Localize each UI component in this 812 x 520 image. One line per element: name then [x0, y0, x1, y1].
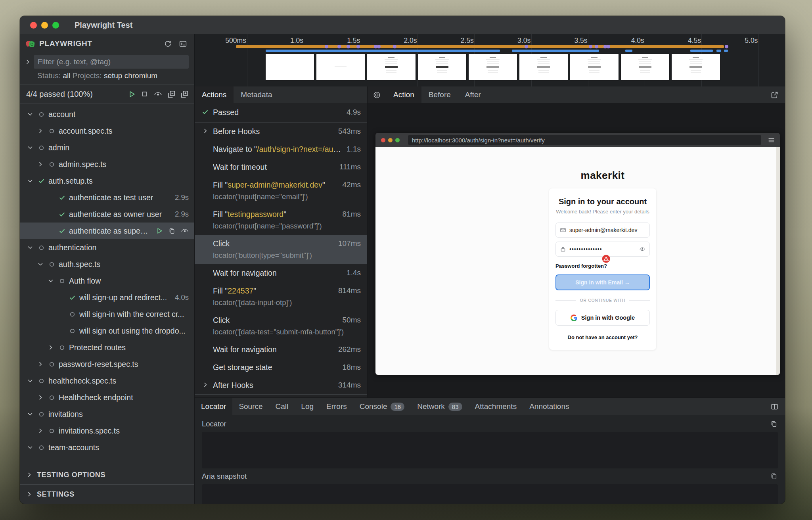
tree-item[interactable]: account	[20, 106, 194, 123]
play-icon[interactable]	[156, 227, 163, 234]
action-row[interactable]: Wait for timeout111ms	[195, 158, 367, 176]
timeline-thumbnail[interactable]	[672, 54, 720, 80]
action-row[interactable]: Fill "224537"814mslocator('[data-input-o…	[195, 282, 367, 311]
stop-button[interactable]	[141, 90, 148, 98]
tree-item[interactable]: auth.spec.ts	[20, 256, 194, 272]
toggle-password-visibility-button[interactable]	[639, 246, 645, 252]
action-row[interactable]: Fill "testingpassword"81mslocator('input…	[195, 205, 367, 235]
bottom-tab-annotations[interactable]: Annotations	[523, 398, 575, 415]
eye-icon[interactable]	[181, 227, 189, 235]
timeline-thumbnail[interactable]	[570, 54, 619, 80]
tree-item[interactable]: will sign-up and redirect...4.0s	[20, 289, 194, 306]
section-settings[interactable]: SETTINGS	[20, 484, 194, 504]
chevron-down-icon[interactable]	[26, 144, 34, 151]
tree-item[interactable]: Healthcheck endpoint	[20, 389, 194, 406]
timeline-test-bar[interactable]	[236, 45, 724, 48]
tree-item[interactable]: authentication	[20, 239, 194, 256]
tree-item[interactable]: admin.spec.ts	[20, 156, 194, 173]
tree-item[interactable]: Auth flow	[20, 272, 194, 289]
pick-locator-button[interactable]	[368, 86, 386, 103]
split-view-button[interactable]	[770, 398, 785, 415]
signup-link[interactable]: Do not have an account yet?	[555, 334, 650, 340]
chevron-right-icon[interactable]	[200, 127, 211, 134]
tree-item[interactable]: team-accounts	[20, 439, 194, 456]
chevron-down-icon[interactable]	[47, 278, 55, 284]
chevron-right-icon[interactable]	[36, 361, 44, 367]
watch-all-button[interactable]	[154, 90, 162, 98]
chevron-right-icon[interactable]	[36, 428, 44, 434]
chevron-down-icon[interactable]	[26, 244, 34, 251]
bottom-tab-attachments[interactable]: Attachments	[469, 398, 523, 415]
timeline-thumbnail[interactable]	[316, 54, 365, 80]
signin-google-button[interactable]: Sign in with Google	[555, 310, 650, 326]
open-terminal-button[interactable]	[179, 40, 187, 48]
timeline-thumbnail[interactable]	[418, 54, 466, 80]
tree-item[interactable]: password-reset.spec.ts	[20, 356, 194, 372]
snapshot-tab-after[interactable]: After	[458, 86, 488, 103]
chevron-down-icon[interactable]	[26, 178, 34, 184]
bottom-tab-errors[interactable]: Errors	[320, 398, 353, 415]
action-row[interactable]: Get storage state18ms	[195, 359, 367, 376]
open-snapshot-external-button[interactable]	[770, 86, 785, 103]
tree-item[interactable]: healthcheck.spec.ts	[20, 372, 194, 389]
snapshot-area[interactable]: http://localhost:3000/auth/sign-in?next=…	[368, 103, 785, 397]
actions-tab-metadata[interactable]: Metadata	[234, 86, 279, 103]
section-testing-options[interactable]: TESTING OPTIONS	[20, 465, 194, 484]
chevron-down-icon[interactable]	[26, 111, 34, 117]
chevron-down-icon[interactable]	[26, 411, 34, 417]
chevron-right-icon[interactable]	[200, 381, 211, 388]
action-row[interactable]: Fill "super-admin@makerkit.dev"42mslocat…	[195, 176, 367, 205]
bottom-tab-call[interactable]: Call	[269, 398, 295, 415]
chevron-right-icon[interactable]	[36, 394, 44, 401]
action-row[interactable]: After Hooks314ms	[195, 376, 367, 394]
action-row[interactable]: Before Hooks543ms	[195, 123, 367, 140]
timeline-thumbnail[interactable]	[469, 54, 517, 80]
bottom-tab-console[interactable]: Console16	[353, 398, 411, 415]
action-row[interactable]: Click50mslocator('[data-test="submit-mfa…	[195, 311, 367, 341]
minimize-window-button[interactable]	[41, 22, 48, 29]
chevron-down-icon[interactable]	[26, 378, 34, 384]
run-all-button[interactable]	[128, 90, 136, 98]
tree-item[interactable]: Protected routes	[20, 339, 194, 356]
tree-item[interactable]: authenticate as owner user2.9s	[20, 206, 194, 223]
zoom-window-button[interactable]	[52, 22, 59, 29]
signin-email-button[interactable]: Sign in with Email →	[555, 274, 650, 290]
tree-item[interactable]: invitations	[20, 406, 194, 422]
actions-tab-actions[interactable]: Actions	[195, 86, 234, 103]
copy-icon[interactable]	[168, 227, 176, 235]
page-scrollbar[interactable]	[776, 147, 780, 375]
reload-tests-button[interactable]	[164, 40, 172, 48]
tree-item[interactable]: admin	[20, 139, 194, 156]
tree-item[interactable]: account.spec.ts	[20, 123, 194, 139]
email-input[interactable]: super-admin@makerkit.dev	[555, 223, 650, 238]
tree-item[interactable]: will sign-in with the correct cr...	[20, 306, 194, 322]
action-row[interactable]: Wait for navigation1.4s	[195, 264, 367, 282]
copy-aria-snapshot-button[interactable]	[770, 472, 778, 480]
timeline-thumbnail[interactable]	[367, 54, 416, 80]
action-row[interactable]: Passed4.9s	[195, 103, 367, 123]
snapshot-tab-before[interactable]: Before	[421, 86, 458, 103]
filter-input[interactable]	[34, 55, 189, 69]
timeline[interactable]: 500ms1.0s1.5s2.0s2.5s3.0s3.5s4.0s4.5s5.0…	[195, 34, 785, 86]
timeline-thumbnail[interactable]	[266, 54, 314, 80]
action-row[interactable]: Click107mslocator('button[type="submit"]…	[195, 235, 367, 264]
locator-textarea[interactable]	[202, 432, 778, 468]
chevron-right-icon[interactable]	[36, 128, 44, 134]
tree-item[interactable]: invitations.spec.ts	[20, 422, 194, 439]
bottom-tab-network[interactable]: Network83	[411, 398, 468, 415]
forgot-password-link[interactable]: Password forgotten?	[555, 263, 650, 269]
bottom-tab-locator[interactable]: Locator	[195, 398, 232, 415]
bottom-tab-log[interactable]: Log	[295, 398, 320, 415]
expand-all-button[interactable]	[181, 90, 188, 98]
chevron-down-icon[interactable]	[36, 261, 44, 267]
aria-snapshot-textarea[interactable]	[202, 484, 778, 504]
action-row[interactable]: Navigate to "/auth/sign-in?next=/aut...1…	[195, 140, 367, 158]
tree-item[interactable]: authenticate as test user2.9s	[20, 189, 194, 206]
chevron-right-icon[interactable]	[47, 344, 55, 351]
tree-item[interactable]: will sign out using the dropdo...	[20, 322, 194, 339]
chevron-right-icon[interactable]	[36, 161, 44, 167]
tree-item[interactable]: authenticate as super-...	[20, 223, 194, 239]
copy-locator-button[interactable]	[770, 420, 778, 428]
action-row[interactable]: Wait for navigation262ms	[195, 341, 367, 359]
close-window-button[interactable]	[30, 22, 37, 29]
